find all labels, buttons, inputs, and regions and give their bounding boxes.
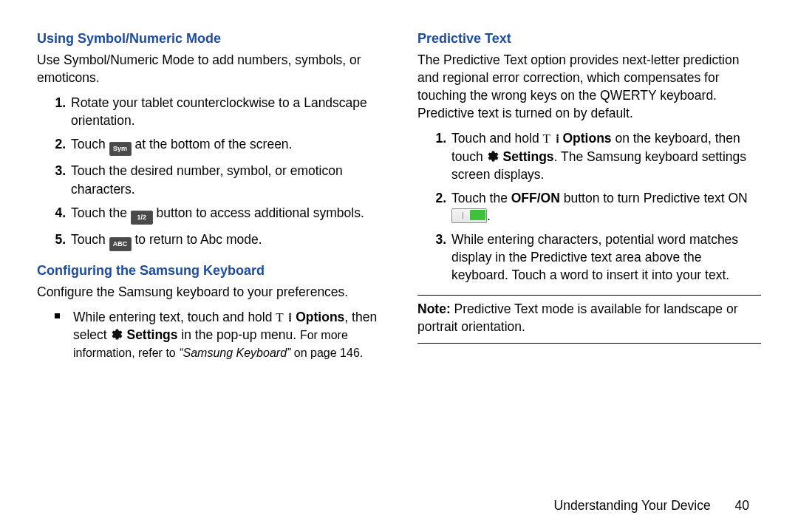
step-3: Touch the desired number, symbol, or emo… — [69, 162, 381, 197]
one-two-key-icon: 1/2 — [131, 211, 153, 225]
step-1: Rotate your tablet counterclockwise to a… — [69, 94, 381, 129]
t-options-icon — [276, 311, 292, 324]
configure-intro: Configure the Samsung keyboard to your p… — [37, 283, 381, 301]
footer-page-number: 40 — [735, 497, 749, 514]
heading-predictive-text: Predictive Text — [417, 30, 761, 48]
step-5-text-a: Touch — [71, 232, 109, 247]
cfg-d: on page 146. — [290, 347, 363, 359]
symbolic-intro: Use Symbol/Numeric Mode to add numbers, … — [37, 51, 381, 86]
note-label: Note: — [417, 301, 451, 316]
configure-bullet: While entering text, touch and hold Opti… — [55, 308, 381, 361]
step-2-text-b: at the bottom of the screen. — [132, 137, 293, 151]
step-4-text-a: Touch the — [71, 205, 131, 220]
heading-configure-keyboard: Configuring the Samsung Keyboard — [37, 262, 381, 280]
p1a: Touch and hold — [451, 131, 543, 146]
t-options-icon — [543, 132, 559, 145]
p1-options: Options — [562, 131, 611, 146]
left-column: Using Symbol/Numeric Mode Use Symbol/Num… — [37, 30, 381, 361]
step-4-text-b: button to access additional symbols. — [153, 205, 364, 220]
abc-key-icon: ABC — [109, 237, 132, 251]
footer-section: Understanding Your Device — [554, 498, 711, 513]
step-5-text-b: to return to Abc mode. — [132, 232, 262, 247]
page-body: Using Symbol/Numeric Mode Use Symbol/Num… — [0, 0, 798, 369]
p2a: Touch the — [451, 191, 511, 205]
gear-icon — [487, 150, 499, 163]
p2c: . — [487, 208, 491, 223]
symbolic-steps: Rotate your tablet counterclockwise to a… — [37, 94, 381, 251]
p-step-2: Touch the OFF/ON button to turn Predicti… — [450, 189, 761, 225]
cfg-a: While entering text, touch and hold — [73, 310, 276, 324]
gear-icon — [111, 328, 123, 341]
page-footer: Understanding Your Device 40 — [554, 497, 749, 514]
step-4: Touch the 1/2 button to access additiona… — [69, 204, 381, 225]
p-step-1: Touch and hold Options on the keyboard, … — [450, 129, 761, 183]
p2-offon: OFF/ON — [511, 191, 560, 205]
predictive-steps: Touch and hold Options on the keyboard, … — [417, 129, 761, 284]
square-bullet-icon — [55, 313, 60, 318]
note-text: Predictive Text mode is available for la… — [417, 301, 738, 334]
on-toggle-icon — [451, 208, 487, 223]
p2b: button to turn Predictive text ON — [560, 191, 748, 205]
configure-bullet-text: While entering text, touch and hold Opti… — [73, 308, 381, 361]
options-label: Options — [296, 310, 344, 324]
cfg-b: in the pop-up menu. — [178, 327, 300, 342]
predictive-note: Note: Predictive Text mode is available … — [417, 300, 761, 335]
p-step-3: While entering characters, potential wor… — [450, 231, 761, 284]
settings-label: Settings — [126, 327, 177, 342]
sym-key-icon: Sym — [109, 142, 132, 156]
step-5: Touch ABC to return to Abc mode. — [69, 231, 381, 251]
predictive-intro: The Predictive Text option provides next… — [417, 51, 761, 123]
step-2-text-a: Touch — [71, 137, 109, 151]
divider-top — [417, 295, 761, 296]
cfg-ref: “Samsung Keyboard” — [179, 347, 290, 359]
step-2: Touch Sym at the bottom of the screen. — [69, 135, 381, 156]
divider-bottom — [417, 343, 761, 344]
right-column: Predictive Text The Predictive Text opti… — [417, 30, 761, 361]
p1-settings: Settings — [503, 149, 554, 164]
heading-symbolic-mode: Using Symbol/Numeric Mode — [37, 30, 381, 48]
